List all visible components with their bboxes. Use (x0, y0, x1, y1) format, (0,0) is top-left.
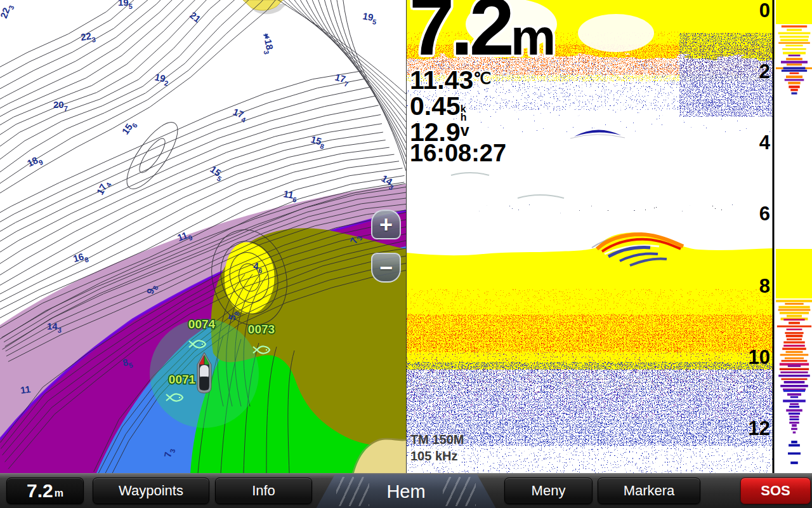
depth-scale-tick: 2 (759, 60, 770, 83)
chartplotter-screen: 2232231952119518319220717717415618917415… (0, 0, 812, 508)
depth-sounding: 21 (188, 10, 203, 25)
home-button-label: Hem (386, 481, 425, 502)
depth-sounding: 156 (120, 118, 139, 138)
depth-readout: 7.2m (409, 0, 554, 67)
depth-scale-tick: 8 (759, 275, 770, 297)
time-readout: 16:08:27 (410, 141, 506, 165)
depth-sounding: 168 (72, 250, 89, 267)
depth-scale-tick: 12 (749, 417, 770, 439)
zoom-out-button[interactable]: − (371, 253, 401, 283)
depth-sounding: 174 (95, 178, 114, 198)
home-button-stripes-right (443, 477, 476, 506)
depth-sounding: 195 (362, 10, 378, 26)
home-button-stripes-left (336, 477, 369, 506)
depth-sounding: 195 (118, 0, 133, 10)
home-button[interactable]: Hem (316, 474, 496, 508)
flasher-column (775, 0, 812, 473)
depth-sounding: 223 (80, 30, 96, 45)
depth-sounding: 223 (0, 3, 15, 21)
chart-map: 2232231952119518319220717717415618917415… (0, 0, 406, 473)
waypoints-button[interactable]: Waypoints (93, 478, 209, 504)
depth-button[interactable]: 7.2m (6, 478, 84, 504)
depth-sounding: 207 (53, 99, 68, 112)
menu-button[interactable]: Meny (504, 478, 593, 504)
depth-sounding: 11 (20, 384, 31, 396)
bottom-bar: 7.2m Waypoints Info Hem Meny Markera SOS (0, 473, 812, 508)
waypoint-label: 0074 (188, 318, 216, 331)
waypoint-label: 0071 (169, 373, 196, 386)
temperature-readout: 11.43℃ (410, 67, 491, 93)
zoom-in-button[interactable]: + (371, 210, 401, 239)
depth-sounding: 183 (260, 38, 276, 55)
depth-scale-tick: 4 (759, 131, 771, 154)
info-button[interactable]: Info (215, 478, 312, 504)
depth-sounding: 174 (230, 106, 249, 124)
depth-sounding: 177 (333, 71, 350, 88)
depth-sounding: 116 (282, 188, 298, 203)
depth-scale-tick: 10 (749, 346, 770, 368)
depth-scale-tick: 6 (759, 203, 770, 225)
depth-scale-tick: 0 (759, 0, 770, 22)
waypoint-label: 0073 (248, 323, 275, 336)
transducer-label: TM 150M (410, 432, 464, 447)
sonar-pane[interactable]: 024681012 7.2m 11.43℃ 0.45kh 12.9v 16:08… (406, 0, 812, 473)
depth-sounding: 158 (309, 133, 326, 150)
chart-pane[interactable]: 2232231952119518319220717717415618917415… (0, 0, 406, 473)
sos-button[interactable]: SOS (740, 478, 811, 504)
mark-button[interactable]: Markera (598, 478, 700, 504)
frequency-label: 105 kHz (410, 449, 458, 464)
